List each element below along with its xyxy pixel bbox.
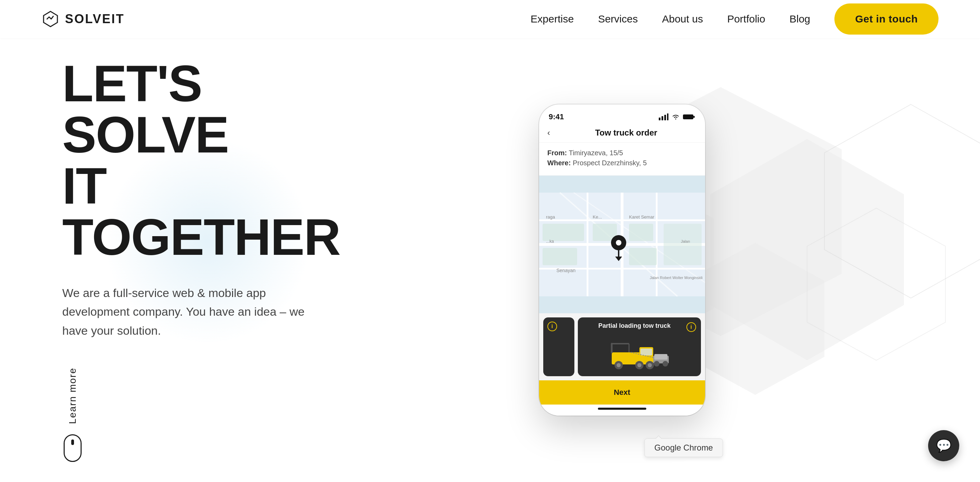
svg-text:...ka: ...ka [546, 239, 554, 244]
wifi-icon [671, 113, 680, 120]
nav-blog[interactable]: Blog [789, 13, 810, 25]
mouse-dot [71, 439, 74, 445]
where-address: Where: Prospect Dzerzhinsky, 5 [547, 159, 697, 167]
svg-rect-8 [659, 118, 660, 120]
card-inactive[interactable]: i [543, 317, 574, 376]
hero-section: LET'S SOLVE IT TOGETHER We are a full-se… [0, 0, 980, 482]
card-active-label: Partial loading tow truck [598, 322, 670, 329]
home-bar-line [598, 408, 646, 410]
phone-home-bar [539, 404, 705, 415]
hero-title: LET'S SOLVE IT TOGETHER [62, 58, 340, 263]
phone-frame: 9:41 [539, 104, 705, 415]
svg-rect-26 [542, 248, 577, 265]
from-address: From: Timiryazeva, 15/5 [547, 149, 697, 157]
chat-icon: 💬 [936, 438, 951, 453]
svg-rect-12 [683, 115, 693, 119]
truck-illustration [583, 340, 696, 371]
svg-rect-13 [693, 116, 695, 118]
svg-point-48 [648, 363, 652, 367]
signal-icon [659, 113, 668, 120]
svg-rect-23 [542, 224, 584, 241]
svg-point-46 [637, 363, 641, 367]
back-button[interactable]: ‹ [547, 128, 550, 138]
learn-more-wrap: Learn more [62, 367, 83, 462]
svg-text:Senayan: Senayan [557, 267, 576, 273]
map-svg: Senayan raga Karet Semar Ke... ...ka Jal… [539, 176, 705, 313]
svg-rect-53 [654, 354, 667, 360]
navbar: SOLVEIT Expertise Services About us Port… [0, 0, 980, 38]
phone-screen-title: Tow truck order [556, 128, 697, 138]
phone-header: ‹ Tow truck order [539, 123, 705, 143]
svg-point-37 [616, 240, 621, 245]
svg-point-44 [617, 363, 621, 367]
nav-expertise[interactable]: Expertise [530, 13, 574, 25]
svg-text:Jalan: Jalan [681, 239, 690, 243]
chat-bubble[interactable]: 💬 [928, 430, 959, 461]
svg-rect-28 [663, 224, 702, 265]
scroll-mouse-icon [64, 434, 82, 462]
nav-portfolio[interactable]: Portfolio [727, 13, 765, 25]
svg-text:raga: raga [546, 215, 555, 220]
hero-right: 9:41 [340, 52, 980, 468]
logo-text: SOLVEIT [65, 12, 124, 26]
logo[interactable]: SOLVEIT [41, 10, 124, 28]
phone-address: From: Timiryazeva, 15/5 Where: Prospect … [539, 143, 705, 176]
svg-rect-9 [662, 116, 663, 120]
svg-text:Karet Semar: Karet Semar [629, 215, 655, 220]
phone-cards: i Partial loading tow truck i [539, 313, 705, 380]
logo-icon [41, 10, 59, 28]
phone-next-button[interactable]: Next [539, 380, 705, 404]
phone-map: Senayan raga Karet Semar Ke... ...ka Jal… [539, 176, 705, 313]
status-icons [659, 113, 695, 120]
svg-text:Jalan Robert Wolter Monginsidi: Jalan Robert Wolter Monginsidi [650, 275, 703, 280]
chrome-tooltip: Google Chrome [644, 438, 723, 457]
svg-rect-10 [664, 115, 666, 120]
get-in-touch-button[interactable]: Get in touch [834, 3, 939, 35]
svg-text:Ke...: Ke... [593, 215, 602, 220]
nav-about[interactable]: About us [662, 13, 703, 25]
truck-svg [608, 340, 670, 371]
svg-rect-42 [640, 348, 652, 355]
battery-icon [683, 113, 695, 120]
hero-left: LET'S SOLVE IT TOGETHER We are a full-se… [0, 58, 340, 462]
card-active[interactable]: Partial loading tow truck i [578, 317, 701, 376]
info-icon-active: i [686, 322, 696, 332]
hero-subtitle: We are a full-service web & mobile app d… [62, 283, 318, 340]
svg-rect-11 [667, 113, 668, 120]
learn-more-label: Learn more [67, 367, 78, 424]
phone-time: 9:41 [549, 112, 564, 121]
svg-rect-27 [629, 248, 657, 265]
nav-links: Expertise Services About us Portfolio Bl… [530, 3, 939, 35]
svg-point-55 [663, 361, 668, 366]
phone-mockup: 9:41 [539, 104, 705, 415]
phone-status-bar: 9:41 [539, 104, 705, 123]
card-active-header: Partial loading tow truck i [583, 322, 696, 332]
info-icon-inactive: i [547, 321, 557, 331]
nav-services[interactable]: Services [598, 13, 638, 25]
svg-point-54 [654, 361, 659, 366]
svg-rect-25 [629, 224, 653, 241]
